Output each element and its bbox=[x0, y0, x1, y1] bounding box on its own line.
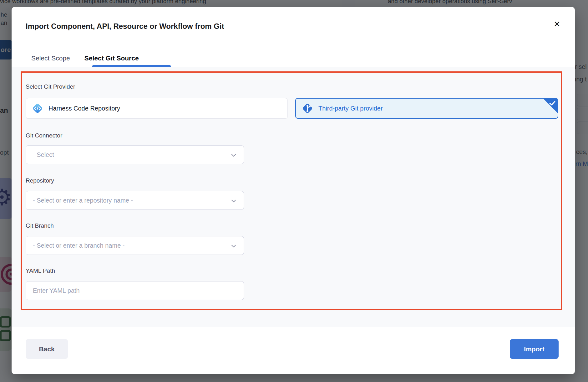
select-placeholder: - Select - bbox=[33, 151, 58, 158]
code-repository-icon bbox=[32, 102, 43, 114]
git-source-panel: Select Git Provider Harne bbox=[12, 67, 575, 327]
provider-card-label: Third-party Git provider bbox=[318, 105, 383, 112]
select-placeholder: - Select or enter a branch name - bbox=[33, 242, 124, 249]
git-provider-label: Select Git Provider bbox=[26, 83, 75, 90]
repository-label: Repository bbox=[26, 177, 54, 184]
import-from-git-modal: Import Component, API, Resource or Workf… bbox=[12, 7, 575, 374]
yaml-path-label: YAML Path bbox=[26, 267, 55, 274]
check-icon bbox=[549, 101, 555, 106]
yaml-path-input[interactable] bbox=[26, 281, 244, 300]
provider-card-harness-code[interactable]: Harness Code Repository bbox=[26, 98, 288, 119]
close-icon[interactable]: ✕ bbox=[552, 19, 562, 29]
repository-select[interactable]: - Select or enter a repository name - bbox=[26, 191, 244, 210]
modal-title: Import Component, API, Resource or Workf… bbox=[26, 22, 224, 31]
git-branch-select[interactable]: - Select or enter a branch name - bbox=[26, 236, 244, 255]
provider-card-third-party-git[interactable]: Third-party Git provider bbox=[295, 98, 558, 119]
chevron-down-icon bbox=[231, 199, 236, 203]
provider-cards-row: Harness Code Repository Third-party Git … bbox=[22, 98, 561, 119]
git-branch-label: Git Branch bbox=[26, 222, 54, 229]
chevron-down-icon bbox=[231, 245, 236, 248]
modal-tabs: Select ScopeSelect Git Source bbox=[31, 54, 153, 62]
highlight-outline: Select Git Provider Harne bbox=[21, 71, 562, 310]
tab-select-scope[interactable]: Select Scope bbox=[31, 54, 70, 62]
import-button[interactable]: Import bbox=[510, 339, 559, 359]
git-connector-select[interactable]: - Select - bbox=[26, 145, 244, 164]
tab-select-git-source[interactable]: Select Git Source bbox=[84, 54, 139, 62]
select-placeholder: - Select or enter a repository name - bbox=[33, 197, 133, 204]
git-icon bbox=[302, 102, 313, 114]
git-connector-label: Git Connector bbox=[26, 132, 62, 139]
back-button[interactable]: Back bbox=[26, 339, 68, 359]
chevron-down-icon bbox=[231, 154, 236, 157]
provider-card-label: Harness Code Repository bbox=[48, 105, 120, 112]
